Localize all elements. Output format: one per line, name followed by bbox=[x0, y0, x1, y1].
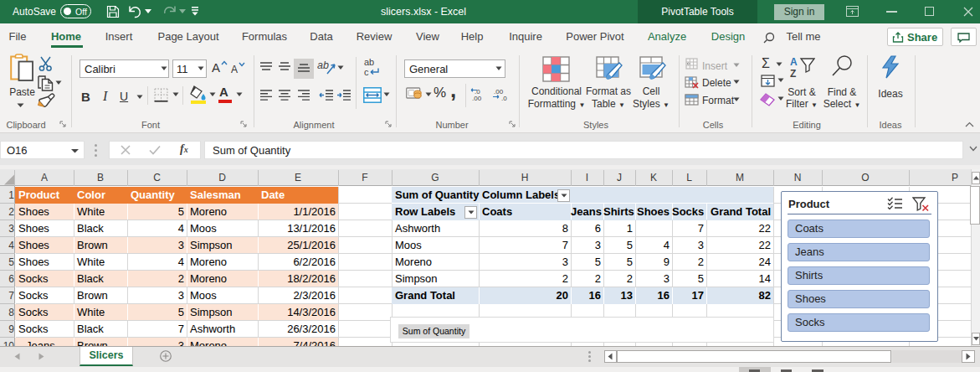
svg-text:Z: Z bbox=[790, 68, 796, 80]
svg-text:.0: .0 bbox=[501, 95, 507, 101]
svg-text:A: A bbox=[790, 56, 798, 68]
svg-text:ab: ab bbox=[317, 59, 329, 71]
svg-text:.00: .00 bbox=[472, 95, 482, 101]
svg-text:c: c bbox=[364, 67, 369, 77]
svg-text:ab: ab bbox=[364, 58, 374, 67]
